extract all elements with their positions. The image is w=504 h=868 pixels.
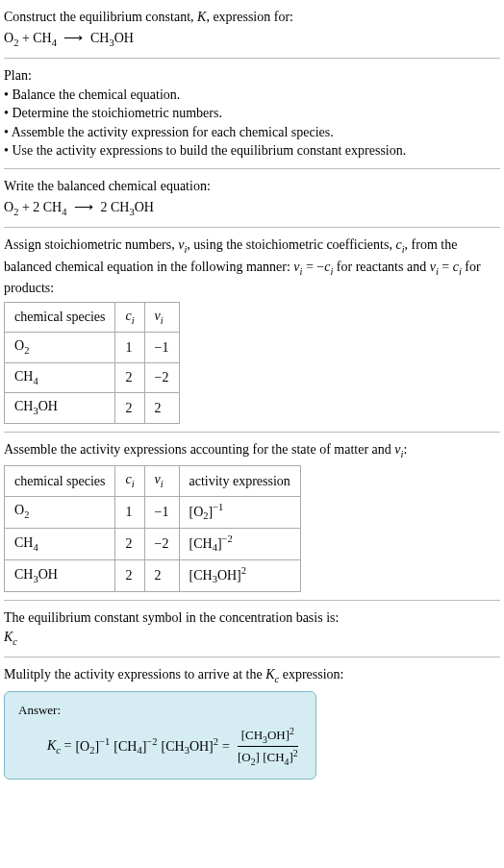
table-row: CH4 2 −2 [CH4]−2 xyxy=(5,528,301,559)
table-row: O2 1 −1 xyxy=(5,333,180,362)
answer-box: Answer: Kc = [O2]−1 [CH4]−2 [CH3OH]2 = [… xyxy=(4,691,316,780)
col-species: chemical species xyxy=(5,302,115,332)
term-2: [CH4]−2 xyxy=(113,735,157,758)
answer-label: Answer: xyxy=(18,702,302,719)
col-activity: activity expression xyxy=(179,466,300,496)
nu-cell: 2 xyxy=(144,393,179,423)
fraction: [CH3OH]2 [O2] [CH4]2 xyxy=(234,725,302,769)
plan-item: Assemble the activity expression for eac… xyxy=(4,123,500,142)
divider xyxy=(4,227,500,228)
numerator: [CH3OH]2 xyxy=(238,725,298,748)
denominator: [O2] [CH4]2 xyxy=(234,747,302,769)
activity-cell: [O2]−1 xyxy=(179,496,300,528)
balanced-label: Write the balanced chemical equation: xyxy=(4,177,500,196)
arrow-icon: ⟶ xyxy=(70,200,97,214)
title-k: K xyxy=(197,10,206,24)
divider xyxy=(4,657,500,657)
reactant-1: O2 xyxy=(4,31,18,45)
activity-cell: [CH3OH]2 xyxy=(179,559,300,591)
species-cell: CH3OH xyxy=(5,559,115,591)
term-1: [O2]−1 xyxy=(75,735,110,758)
activity-section: Assemble the activity expressions accoun… xyxy=(4,440,500,592)
unbalanced-equation: O2 + CH4 ⟶ CH3OH xyxy=(4,29,500,50)
plan-item: Use the activity expressions to build th… xyxy=(4,141,500,161)
basis-text: The equilibrium constant symbol in the c… xyxy=(4,608,500,628)
divider xyxy=(4,168,500,169)
plan-section: Plan: Balance the chemical equation. Det… xyxy=(4,66,500,161)
col-species: chemical species xyxy=(5,466,115,496)
product-1: CH3OH xyxy=(90,31,134,45)
basis-section: The equilibrium constant symbol in the c… xyxy=(4,608,500,649)
col-c: ci xyxy=(115,466,144,496)
table-row: CH3OH 2 2 xyxy=(5,393,180,423)
divider xyxy=(4,432,500,433)
title-suffix: , expression for: xyxy=(206,10,293,24)
c-cell: 2 xyxy=(115,393,144,423)
col-nu: νi xyxy=(144,466,179,496)
activity-text: Assemble the activity expressions accoun… xyxy=(4,440,500,461)
nu-cell: −2 xyxy=(144,528,179,559)
reactant-1: O2 xyxy=(4,200,18,214)
divider xyxy=(4,600,500,601)
stoich-text: Assign stoichiometric numbers, νi, using… xyxy=(4,236,500,298)
c-cell: 2 xyxy=(115,559,144,591)
stoich-section: Assign stoichiometric numbers, νi, using… xyxy=(4,236,500,424)
reactant-2: 2 CH4 xyxy=(33,200,66,214)
reactant-2: CH4 xyxy=(33,31,57,45)
answer-expression: Kc = [O2]−1 [CH4]−2 [CH3OH]2 = [CH3OH]2 … xyxy=(18,725,302,769)
problem-statement: Construct the equilibrium constant, K, e… xyxy=(4,8,500,50)
multiply-section: Mulitply the activity expressions to arr… xyxy=(4,665,500,780)
arrow-icon: ⟶ xyxy=(60,31,87,45)
basis-symbol: Kc xyxy=(4,628,500,649)
balanced-section: Write the balanced chemical equation: O2… xyxy=(4,177,500,219)
term-3: [CH3OH]2 xyxy=(162,735,219,758)
plan-list: Balance the chemical equation. Determine… xyxy=(4,86,500,161)
stoich-table: chemical species ci νi O2 1 −1 CH4 2 −2 … xyxy=(4,302,180,424)
nu-cell: −1 xyxy=(144,496,179,528)
col-c: ci xyxy=(115,302,144,332)
plan-item: Balance the chemical equation. xyxy=(4,86,500,105)
table-header-row: chemical species ci νi xyxy=(5,302,180,332)
c-cell: 1 xyxy=(115,333,144,362)
plan-label: Plan: xyxy=(4,66,500,86)
table-row: CH3OH 2 2 [CH3OH]2 xyxy=(5,559,301,591)
divider xyxy=(4,58,500,59)
nu-cell: −2 xyxy=(144,362,179,392)
product-1: 2 CH3OH xyxy=(100,200,153,214)
species-cell: CH4 xyxy=(5,528,115,559)
species-cell: CH3OH xyxy=(5,393,115,423)
nu-cell: 2 xyxy=(144,559,179,591)
activity-table: chemical species ci νi activity expressi… xyxy=(4,465,301,592)
plan-item: Determine the stoichiometric numbers. xyxy=(4,104,500,123)
balanced-equation: O2 + 2 CH4 ⟶ 2 CH3OH xyxy=(4,198,500,219)
col-nu: νi xyxy=(144,302,179,332)
c-cell: 1 xyxy=(115,496,144,528)
species-cell: O2 xyxy=(5,496,115,528)
table-row: O2 1 −1 [O2]−1 xyxy=(5,496,301,528)
table-row: CH4 2 −2 xyxy=(5,362,180,392)
species-cell: CH4 xyxy=(5,362,115,392)
table-header-row: chemical species ci νi activity expressi… xyxy=(5,466,301,496)
multiply-text: Mulitply the activity expressions to arr… xyxy=(4,665,500,686)
c-cell: 2 xyxy=(115,528,144,559)
c-cell: 2 xyxy=(115,362,144,392)
species-cell: O2 xyxy=(5,333,115,362)
activity-cell: [CH4]−2 xyxy=(179,528,300,559)
title-text: Construct the equilibrium constant, xyxy=(4,10,197,24)
nu-cell: −1 xyxy=(144,333,179,362)
